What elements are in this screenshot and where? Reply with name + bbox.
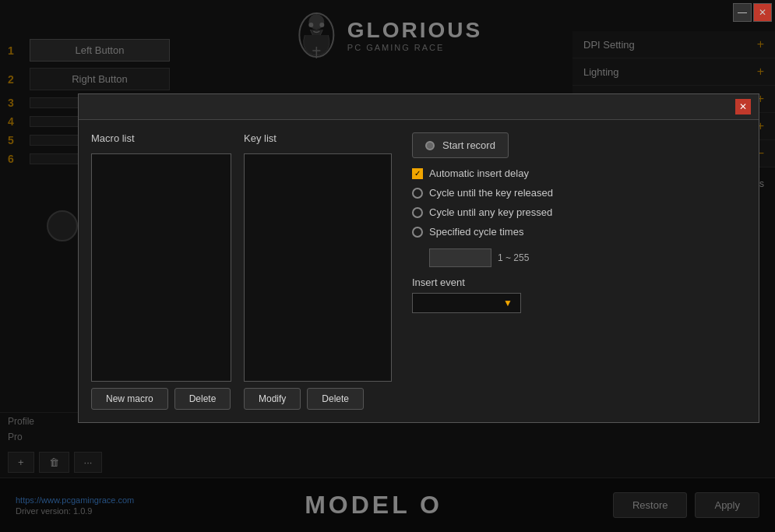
cycle-range-label: 1 ~ 255 [498, 252, 529, 263]
close-button[interactable]: ✕ [753, 3, 772, 22]
minimize-button[interactable]: — [733, 3, 752, 22]
key-list-col: Key list Modify Delete [244, 132, 392, 410]
start-record-label: Start record [442, 139, 495, 151]
modal-close-button[interactable]: ✕ [735, 99, 751, 115]
cycle-any-key-radio[interactable] [412, 207, 423, 218]
macro-list-box[interactable] [91, 153, 231, 382]
insert-event-dropdown[interactable]: ▼ [412, 293, 521, 313]
insert-event-section: Insert event ▼ [412, 277, 746, 313]
macro-col-buttons: New macro Delete [91, 388, 231, 410]
modal-body: Macro list New macro Delete Key list Mod… [79, 120, 759, 422]
auto-insert-row: Automatic insert delay [412, 167, 746, 179]
title-bar: — ✕ [730, 0, 775, 25]
delete-macro-button[interactable]: Delete [174, 388, 231, 410]
cycle-key-released-row: Cycle until the key released [412, 187, 746, 199]
specified-cycle-label: Specified cycle times [429, 226, 523, 238]
modify-button[interactable]: Modify [244, 388, 301, 410]
key-list-box[interactable] [244, 153, 392, 382]
cycle-key-released-radio[interactable] [412, 188, 423, 199]
delete-key-button[interactable]: Delete [307, 388, 364, 410]
options-group: Automatic insert delay Cycle until the k… [412, 167, 746, 267]
start-record-button[interactable]: Start record [412, 132, 509, 158]
specified-cycle-row: Specified cycle times [412, 226, 746, 238]
modal-right-section: Start record Automatic insert delay Cycl… [404, 132, 746, 410]
cycle-key-released-label: Cycle until the key released [429, 187, 553, 199]
modal-header: ✕ [79, 94, 759, 120]
insert-event-label: Insert event [412, 277, 746, 288]
cycle-any-key-row: Cycle until any key pressed [412, 206, 746, 218]
auto-insert-checkbox[interactable] [412, 168, 423, 179]
key-col-buttons: Modify Delete [244, 388, 392, 410]
auto-insert-label: Automatic insert delay [429, 167, 529, 179]
dropdown-arrow-icon: ▼ [503, 298, 513, 308]
specified-cycle-radio[interactable] [412, 227, 423, 238]
key-list-label: Key list [244, 132, 392, 144]
macro-list-col: Macro list New macro Delete [91, 132, 231, 410]
record-dot-icon [425, 141, 435, 150]
macro-dialog: ✕ Macro list New macro Delete Key list M… [78, 93, 759, 423]
new-macro-button[interactable]: New macro [91, 388, 168, 410]
macro-list-label: Macro list [91, 132, 231, 144]
cycle-input-row: 1 ~ 255 [429, 248, 746, 267]
cycle-any-key-label: Cycle until any key pressed [429, 206, 552, 218]
cycle-times-input[interactable] [429, 248, 491, 267]
